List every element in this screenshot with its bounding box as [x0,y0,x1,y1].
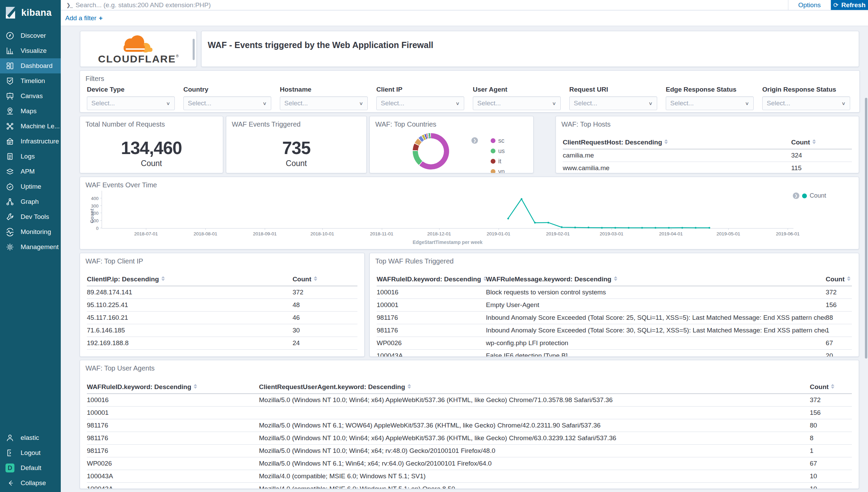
events-over-time-panel: WAF Events Over Time ❯ Count Count 2018-… [80,177,859,249]
sort-icon[interactable] [614,276,617,281]
data-point[interactable] [534,222,536,224]
y-axis-tick-mark [100,198,102,198]
data-point[interactable] [655,227,656,229]
filter-select[interactable]: Select... ∨ [376,96,464,110]
line-chart-plot-area[interactable]: 2018-07-012018-08-012018-09-012018-10-01… [102,191,793,229]
sort-icon[interactable] [812,139,816,144]
column-header[interactable]: ClientRequestHost: Descending [563,136,791,149]
sidebar-item-elastic-user[interactable]: elastic [0,430,61,445]
sidebar-item-default-space[interactable]: D Default [0,460,61,476]
filter-select[interactable]: Select... ∨ [473,96,561,110]
column-header[interactable]: Count [826,272,852,286]
chevron-down-icon: ∨ [263,101,267,106]
sidebar-item-infrastructure[interactable]: Infrastructure [0,134,61,149]
sort-icon[interactable] [194,384,197,389]
y-axis-tick-mark [100,213,102,213]
data-point[interactable] [682,227,683,229]
sidebar-item-collapse[interactable]: Collapse [0,476,61,491]
sidebar-item-apm[interactable]: APM [0,164,61,179]
x-axis-tick-mark [205,228,206,230]
search-input[interactable]: ❯_ Search... (e.g. status:200 AND extens… [61,0,788,10]
table-cell: 30 [293,324,357,337]
table-cell: 46 [293,312,357,324]
filter-select[interactable]: Select... ∨ [183,96,271,110]
table-header-row: WAFRuleID.keyword: DescendingClientReque… [87,380,852,394]
data-point[interactable] [521,198,522,200]
table-cell: 100043A [87,470,259,483]
sort-icon[interactable] [831,384,834,389]
data-point[interactable] [641,227,643,229]
sidebar-item-timelion[interactable]: Timelion [0,73,61,89]
filters-panel: Filters Device Type Select... ∨ Country … [80,70,860,113]
legend-item[interactable]: vn [491,166,505,173]
column-header[interactable]: Count [293,272,357,286]
sort-icon[interactable] [664,139,668,144]
sidebar-item-visualize[interactable]: Visualize [0,43,61,58]
sidebar-item-monitoring[interactable]: Monitoring [0,224,61,239]
data-point[interactable] [601,227,603,229]
table-cell: 100001 [87,407,259,419]
legend-expand-icon[interactable]: ❯ [471,137,478,144]
legend-expand-icon[interactable]: ❯ [793,192,799,199]
refresh-button[interactable]: ⟳ Refresh [831,0,868,10]
column-header[interactable]: WAFRuleID.keyword: Descending [87,380,259,394]
sidebar-item-dashboard[interactable]: Dashboard [0,58,61,73]
column-header[interactable]: ClientIP.ip: Descending [87,272,293,286]
sidebar-item-dev-tools[interactable]: Dev Tools [0,209,61,224]
data-point[interactable] [588,227,590,229]
sidebar-item-canvas[interactable]: Canvas [0,89,61,104]
sort-icon[interactable] [847,276,850,281]
sidebar-item-graph[interactable]: Graph [0,194,61,209]
table-row: 71.6.146.18530 [87,324,357,337]
table-cell: 1 [826,324,852,337]
data-point[interactable] [695,227,697,229]
sort-icon[interactable] [483,276,486,281]
sidebar-item-uptime[interactable]: Uptime [0,179,61,194]
sidebar-item-maps[interactable]: Maps [0,104,61,119]
legend-label[interactable]: Count [810,192,826,199]
column-header[interactable]: ClientRequestUserAgent.keyword: Descendi… [259,380,810,394]
legend-item[interactable]: it [491,156,505,166]
data-point[interactable] [547,222,549,223]
filter-select[interactable]: Select... ∨ [569,96,657,110]
panel-scrollbar[interactable] [193,39,195,60]
sidebar-item-logout[interactable]: Logout [0,445,61,460]
column-header[interactable]: WAFRuleID.keyword: Descending [377,272,486,286]
table-cell: Inbound Anomaly Score Exceeded (Total Sc… [486,312,826,324]
sidebar-item-machine-learning[interactable]: Machine Le... [0,119,61,134]
legend-item[interactable]: sc [491,136,505,146]
sidebar-item-management[interactable]: Management [0,239,61,255]
sort-icon[interactable] [161,276,165,281]
add-filter-link[interactable]: Add a filter [65,14,96,22]
filter-select[interactable]: Select... ∨ [280,96,368,110]
select-placeholder: Select... [284,99,308,107]
sort-icon[interactable] [314,276,317,281]
sidebar-item-logs[interactable]: Logs [0,149,61,164]
sort-icon[interactable] [408,384,411,389]
panel-title: WAF Events Over Time [85,181,157,189]
legend-color-dot [491,149,495,153]
countries-donut-chart[interactable] [413,133,449,169]
options-button[interactable]: Options [788,0,831,10]
kibana-logo[interactable]: kibana [0,0,61,25]
kibana-logo-icon [3,6,17,20]
x-axis-tick-mark [499,228,499,230]
sidebar-item-discover[interactable]: Discover [0,28,61,43]
column-header[interactable]: WAFRuleMessage.keyword: Descending [486,272,826,286]
data-point[interactable] [615,227,616,229]
data-point[interactable] [561,226,562,228]
column-header[interactable]: Count [810,380,852,394]
filter-select[interactable]: Select... ∨ [87,96,175,110]
data-point[interactable] [507,218,509,219]
table-cell: 10 [810,470,852,483]
page-scrollbar[interactable] [865,98,867,359]
data-point[interactable] [574,227,576,229]
filter-field: Origin Response Status Select... ∨ [762,86,850,110]
filter-select[interactable]: Select... ∨ [762,96,850,110]
filter-select[interactable]: Select... ∨ [666,96,754,110]
data-point[interactable] [708,227,710,229]
data-point[interactable] [628,227,630,229]
legend-item[interactable]: us [491,146,505,156]
column-header[interactable]: Count [791,136,852,149]
data-point[interactable] [668,227,670,229]
